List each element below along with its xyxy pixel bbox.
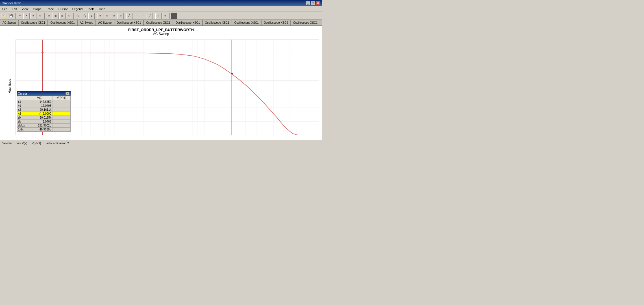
print2-button[interactable]: ⊠ (162, 13, 168, 19)
scope1-button[interactable]: ⊞ (97, 13, 103, 19)
cursor-row-label: y2 (17, 112, 27, 116)
menu-view[interactable]: View (21, 7, 30, 11)
toolbar-sep4 (96, 13, 96, 19)
cursor-row: dx20.0185k (17, 116, 71, 120)
status-selected-cursor: Selected Cursor: 2 (45, 142, 69, 145)
export-button[interactable]: ⊡ (66, 13, 72, 19)
cursor-row-label: x2 (17, 108, 27, 112)
cursor-row-val2 (53, 124, 70, 128)
toolbar-sep1 (15, 13, 16, 19)
zoom-in-button[interactable]: 🔍 (75, 13, 81, 19)
scope2-button[interactable]: ⊞ (104, 13, 110, 19)
tab-12[interactable]: AC Sweep (320, 20, 322, 25)
cursor-row-val1: 142.6459 (27, 100, 53, 104)
chart-title-area: FIRST_ORDER_LPF_BUTTERWORTH AC Sweep (0, 26, 322, 36)
tab-3[interactable]: AC Sweep (77, 20, 96, 25)
tab-10[interactable]: Oscilloscope-XSC2 (261, 20, 291, 25)
menu-graph[interactable]: Graph (32, 7, 43, 11)
zoom-fit-button[interactable]: ⊕ (88, 13, 95, 19)
cursor-row: x220.1611k (17, 108, 71, 112)
cursor-row-label: x1 (17, 100, 27, 104)
tab-2[interactable]: Oscilloscope-XSC1 (48, 20, 77, 25)
cursor-header-empty (17, 96, 27, 100)
toolbar-sep3 (73, 13, 74, 19)
print1-button[interactable]: ⊡ (155, 13, 162, 19)
window-title: Grapher View (2, 1, 21, 5)
chart-container: FIRST_ORDER_LPF_BUTTERWORTH AC Sweep Mag… (0, 26, 322, 146)
window-controls[interactable]: _ □ ✕ (306, 1, 320, 5)
toolbar-sep5 (125, 13, 125, 19)
stop-button[interactable] (171, 13, 177, 19)
tab-5[interactable]: Oscilloscope-XSC1 (114, 20, 143, 25)
zoom-out-button[interactable]: 🔍 (82, 13, 88, 19)
tab-11[interactable]: Oscilloscope-XSC1 (291, 20, 320, 25)
cursor-panel-titlebar[interactable]: Cursor ✕ (17, 91, 71, 96)
cursor-table: V(2) V(PR1) x1142.6459y112.0408x220.1611… (17, 96, 71, 132)
text-button[interactable]: A (126, 13, 132, 19)
cursor-line-button[interactable]: ╱ (147, 13, 153, 19)
tab-4[interactable]: AC Sweep (96, 20, 114, 25)
undo-button[interactable]: ↩ (17, 13, 23, 19)
redo-button[interactable]: ✕ (23, 13, 30, 19)
cursor-row-label: dy (17, 120, 27, 124)
y-axis-label: Magnitude (8, 79, 11, 93)
menu-cursor[interactable]: Cursor (57, 7, 69, 11)
menu-legend[interactable]: Legend (71, 7, 84, 11)
toolbar-sep7 (169, 13, 170, 19)
scope3-button[interactable]: ⊞ (111, 13, 117, 19)
cursor-row-val1: 49.9539μ (27, 128, 53, 132)
svg-point-54 (231, 73, 233, 74)
status-bar: Selected Trace:V(2) V(PR1) Selected Curs… (0, 140, 322, 146)
cursor-panel-title: Cursor (18, 92, 27, 95)
toolbar-sep6 (154, 13, 154, 19)
menu-tools[interactable]: Tools (86, 7, 95, 11)
maximize-button[interactable]: □ (311, 1, 315, 5)
chart-title-sub: AC Sweep (0, 32, 322, 36)
svg-point-51 (42, 52, 43, 54)
cursor-row-val1: 20.1611k (27, 108, 53, 112)
cursor-row-val2 (53, 108, 70, 112)
cursor-row: y29.0000 (17, 112, 71, 116)
tab-7[interactable]: Oscilloscope-XSC1 (173, 20, 202, 25)
tab-8[interactable]: Oscilloscope-XSC1 (203, 20, 232, 25)
scope4-button[interactable]: ⊞ (118, 13, 124, 19)
cursor-row-label: dy/dx (17, 124, 27, 128)
tab-6[interactable]: Oscilloscope-XSC1 (143, 20, 173, 25)
cursor-row-val1: 9.0000 (27, 112, 53, 116)
paste-button[interactable]: ⊟ (37, 13, 43, 19)
cursor-row: dy/dx-151.9002μ (17, 124, 71, 128)
grid1-button[interactable]: ⊞ (46, 13, 52, 19)
save-button[interactable]: 💾 (8, 13, 14, 19)
tab-0[interactable]: AC Sweep (0, 20, 18, 25)
status-v-pr1: V(PR1) (32, 142, 41, 145)
toolbar-sep2 (44, 13, 45, 19)
main-area: FIRST_ORDER_LPF_BUTTERWORTH AC Sweep Mag… (0, 26, 322, 146)
menu-file[interactable]: File (1, 7, 8, 11)
close-button[interactable]: ✕ (316, 1, 320, 5)
copy-button[interactable]: ⊞ (30, 13, 36, 19)
menu-help[interactable]: Help (98, 7, 106, 11)
tab-9[interactable]: Oscilloscope-XSC1 (232, 20, 261, 25)
cursor-panel: Cursor ✕ V(2) V(PR1) x1142.6459y112.0408… (16, 91, 71, 132)
cursor-row-val1: -3.0408 (27, 120, 53, 124)
cursor-dot-button[interactable]: • (133, 13, 139, 19)
menu-edit[interactable]: Edit (11, 7, 18, 11)
cursor-arrow-button[interactable]: • (140, 13, 146, 19)
cursor-row: dy-3.0408 (17, 120, 71, 124)
open-button[interactable]: 📂 (1, 13, 7, 19)
cursor-table-body: x1142.6459y112.0408x220.1611ky29.0000dx2… (17, 100, 71, 131)
grid2-button[interactable]: ▦ (53, 13, 59, 19)
cursor-close-button[interactable]: ✕ (66, 92, 69, 95)
chart-title-main: FIRST_ORDER_LPF_BUTTERWORTH (0, 28, 322, 32)
cursor-row-val1: 20.0185k (27, 116, 53, 120)
cursor-row-val2 (53, 128, 70, 132)
tab-1[interactable]: Oscilloscope-XSC1 (18, 20, 48, 25)
minimize-button[interactable]: _ (306, 1, 310, 5)
menu-bar: File Edit View Graph Trace Cursor Legend… (0, 6, 322, 12)
grid3-button[interactable]: ▤ (59, 13, 66, 19)
cursor-row: y112.0408 (17, 104, 71, 108)
cursor-row: x1142.6459 (17, 100, 71, 104)
cursor-row-val1: -151.9002μ (27, 124, 53, 128)
toolbar: 📂 💾 ↩ ✕ ⊞ ⊟ ⊞ ▦ ▤ ⊡ 🔍 🔍 ⊕ ⊞ ⊞ ⊞ ⊞ A • • … (0, 12, 322, 20)
menu-trace[interactable]: Trace (45, 7, 55, 11)
